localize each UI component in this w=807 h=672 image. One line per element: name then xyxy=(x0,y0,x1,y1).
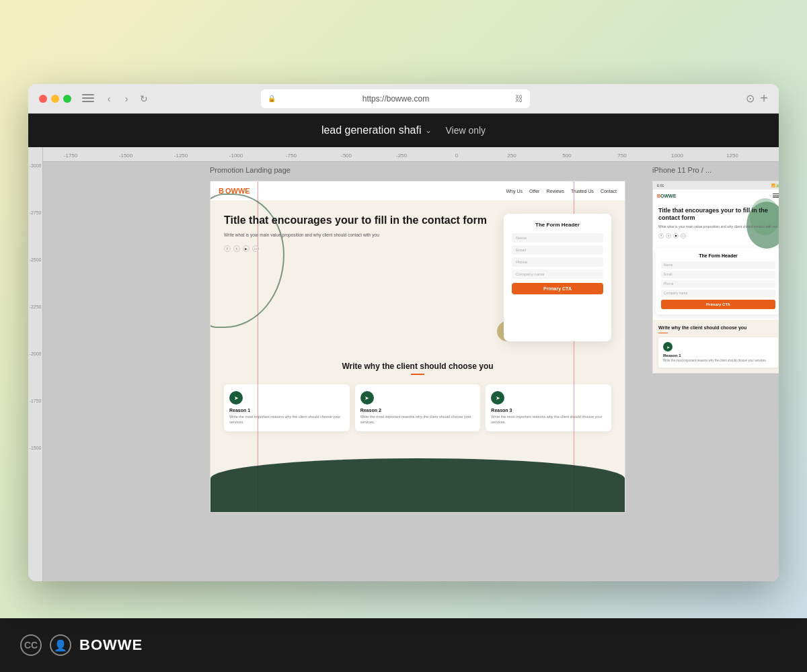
person-icon: 👤 xyxy=(50,634,71,656)
nav-buttons: ‹ › ↻ xyxy=(102,92,151,106)
reason-card-1: ➤ Reason 1 Write the most important reas… xyxy=(224,384,350,431)
ruler-top: -1750 -1500 -1250 -1000 -750 -500 -250 0… xyxy=(28,147,779,162)
back-button[interactable]: ‹ xyxy=(102,92,116,106)
desktop-preview: BOWWE Why Us Offer Reviews Trusted Us Co… xyxy=(210,181,625,513)
youtube-icon: ▶ xyxy=(243,245,249,252)
address-text: https://bowwe.com xyxy=(280,94,511,103)
mobile-preview: E:01 📶🔋 BOWWE xyxy=(652,181,779,374)
section2-title: Write why the client should choose you xyxy=(224,362,611,371)
mobile-form-company[interactable]: Company name xyxy=(661,290,775,297)
form-name-field[interactable]: Name xyxy=(512,233,603,243)
nav-link-offer: Offer xyxy=(529,189,539,194)
reason-icon-3: ➤ xyxy=(491,391,504,405)
mobile-form-name[interactable]: Name xyxy=(661,261,775,269)
facebook-icon: f xyxy=(224,245,231,252)
desktop-page-label: Promotion Landing page xyxy=(210,166,291,174)
mobile-section2-divider xyxy=(658,333,668,334)
share-icon: ⛓ xyxy=(515,94,523,103)
download-button[interactable]: ⊙ xyxy=(746,92,755,105)
mobile-reason-desc-1: Write the most important reasons why the… xyxy=(663,359,773,363)
maximize-button[interactable] xyxy=(63,95,71,103)
ruler-left: -3000 -2750 -2500 -2250 -2000 -1750 -150… xyxy=(28,147,43,581)
ruler-mark: -1750 xyxy=(43,153,98,159)
mobile-page-label: iPhone 11 Pro / ... xyxy=(652,166,712,174)
close-button[interactable] xyxy=(39,95,47,103)
mobile-hamburger-icon[interactable] xyxy=(773,194,779,198)
nav-link-reviews: Reviews xyxy=(546,189,564,194)
hero-description: Write what is your main value propositio… xyxy=(224,232,497,239)
sidebar-toggle[interactable] xyxy=(82,94,94,103)
refresh-button[interactable]: ↻ xyxy=(137,92,151,106)
mobile-hero-description: Write what is your main value propositio… xyxy=(658,224,778,229)
minimize-button[interactable] xyxy=(51,95,59,103)
reason-title-1: Reason 1 xyxy=(229,408,344,413)
lock-icon: 🔒 xyxy=(268,95,276,102)
reason-title-2: Reason 2 xyxy=(360,408,475,413)
mobile-section2: Write why the client should choose you ➤… xyxy=(653,320,779,374)
bottom-blob xyxy=(210,458,625,512)
ruler-mark: -500 xyxy=(319,153,374,159)
browser-window: ‹ › ↻ 🔒 https://bowwe.com ⛓ ⊙ + lead gen… xyxy=(28,84,779,581)
desktop-form-card: The Form Header Name Email Phone Company… xyxy=(504,214,611,341)
reason-title-3: Reason 3 xyxy=(491,408,606,413)
ruler-mark: 500 xyxy=(539,153,594,159)
mobile-youtube-icon: ▶ xyxy=(673,233,679,239)
reason-desc-3: Write the most important reasons why the… xyxy=(491,415,606,425)
hero-title: Title that encourages your to fill in th… xyxy=(224,214,497,226)
form-cta-button[interactable]: Primary CTA xyxy=(512,283,603,294)
ruler-mark: 0 xyxy=(429,153,484,159)
form-company-field[interactable]: Company name xyxy=(512,269,603,279)
reason-card-3: ➤ Reason 3 Write the most important reas… xyxy=(486,384,611,431)
reason-icon-2: ➤ xyxy=(360,391,374,405)
instagram-icon: □ xyxy=(252,245,259,252)
canvas-area[interactable]: -1750 -1500 -1250 -1000 -750 -500 -250 0… xyxy=(28,147,779,581)
dropdown-arrow-icon[interactable]: ⌄ xyxy=(425,126,432,135)
form-email-field[interactable]: Email xyxy=(512,245,603,255)
address-bar[interactable]: 🔒 https://bowwe.com ⛓ xyxy=(261,89,530,108)
reason-desc-1: Write the most important reasons why the… xyxy=(229,415,344,425)
browser-actions: ⊙ + xyxy=(746,91,768,106)
mobile-status-bar: E:01 📶🔋 xyxy=(653,181,779,190)
nav-link-contact: Contact xyxy=(601,189,617,194)
mobile-form-cta-button[interactable]: Primary CTA xyxy=(661,300,775,309)
bowwe-logo-bottom: BOWWE xyxy=(79,636,143,654)
twitter-icon: t xyxy=(233,245,240,252)
new-tab-button[interactable]: + xyxy=(760,91,768,106)
ruler-mark: 750 xyxy=(594,153,650,159)
ruler-mark: -1500 xyxy=(98,153,153,159)
mobile-form-email[interactable]: Email xyxy=(661,271,775,278)
ruler-mark: 15 xyxy=(760,153,779,159)
ruler-mark: 250 xyxy=(484,153,539,159)
mobile-social-icons: f t ▶ □ xyxy=(658,233,778,239)
nav-link-why-us: Why Us xyxy=(506,189,523,194)
mobile-hero: Title that encourages your to fill in th… xyxy=(653,202,779,248)
reason-icon-1: ➤ xyxy=(229,391,243,405)
mobile-facebook-icon: f xyxy=(658,233,664,239)
ruler-mark: -1000 xyxy=(208,153,264,159)
reason-desc-2: Write the most important reasons why the… xyxy=(360,415,475,425)
reason-card-2: ➤ Reason 2 Write the most important reas… xyxy=(355,384,481,431)
ruler-mark: 1250 xyxy=(705,153,760,159)
mobile-form-phone[interactable]: Phone xyxy=(661,280,775,288)
cc-icon: CC xyxy=(20,634,42,656)
mobile-reason-card-1: ➤ Reason 1 Write the most important reas… xyxy=(658,337,778,368)
canvas-content: Promotion Landing page iPhone 11 Pro / .… xyxy=(43,162,779,581)
mobile-reason-icon-1: ➤ xyxy=(663,342,672,351)
app-toolbar: lead generation shafi ⌄ View only xyxy=(28,114,779,147)
ruler-mark: -250 xyxy=(374,153,429,159)
mobile-section2-title: Write why the client should choose you xyxy=(658,325,778,331)
ruler-mark: -1250 xyxy=(153,153,208,159)
view-only-badge: View only xyxy=(445,125,486,136)
form-phone-field[interactable]: Phone xyxy=(512,257,603,267)
mobile-instagram-icon: □ xyxy=(681,233,686,239)
reason-cards-row: ➤ Reason 1 Write the most important reas… xyxy=(224,384,611,431)
site-nav: BOWWE Why Us Offer Reviews Trusted Us Co… xyxy=(210,181,625,200)
forward-button[interactable]: › xyxy=(120,92,133,106)
bottom-bar: CC 👤 BOWWE xyxy=(0,618,807,672)
site-nav-links: Why Us Offer Reviews Trusted Us Contact xyxy=(506,189,617,194)
hero-section: Title that encourages your to fill in th… xyxy=(210,200,625,348)
social-icons: f t ▶ □ xyxy=(224,245,497,252)
project-title-text: lead generation shafi xyxy=(321,124,422,136)
mobile-form-card: The Form Header Name Email Phone Company… xyxy=(656,248,779,314)
mobile-reason-title-1: Reason 1 xyxy=(663,353,773,358)
